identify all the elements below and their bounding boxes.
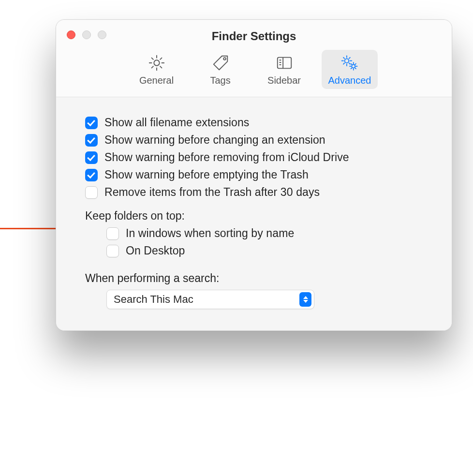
zoom-window-button[interactable] xyxy=(98,30,106,39)
checkbox-label: Show warning before emptying the Trash xyxy=(104,168,309,181)
svg-line-31 xyxy=(355,64,356,65)
checkbox-label: Show warning before changing an extensio… xyxy=(104,134,325,147)
svg-point-24 xyxy=(352,64,355,68)
minimize-window-button[interactable] xyxy=(82,30,91,39)
svg-line-20 xyxy=(343,58,344,59)
checkbox-warn-empty-trash[interactable] xyxy=(85,169,98,181)
checkbox-label: Show all filename extensions xyxy=(104,116,249,129)
tab-advanced[interactable]: Advanced xyxy=(322,50,378,89)
settings-toolbar: General Tags xyxy=(56,43,452,97)
checkbox-warn-remove-icloud[interactable] xyxy=(85,151,98,164)
checkbox-label: On Desktop xyxy=(126,244,185,257)
checkbox-label: Remove items from the Trash after 30 day… xyxy=(104,186,320,199)
checkbox-folders-on-top-desktop[interactable] xyxy=(106,245,119,257)
advanced-pane: Show all filename extensions Show warnin… xyxy=(56,97,452,330)
svg-line-7 xyxy=(160,58,162,60)
window-controls xyxy=(67,30,106,39)
select-value: Search This Mac xyxy=(114,293,193,306)
checkbox-folders-on-top-windows[interactable] xyxy=(106,227,119,240)
search-heading: When performing a search: xyxy=(85,272,434,285)
window-title: Finder Settings xyxy=(56,28,452,43)
svg-line-5 xyxy=(151,58,153,60)
svg-line-6 xyxy=(160,66,162,68)
svg-line-21 xyxy=(349,63,350,64)
tab-label: Sidebar xyxy=(267,75,301,86)
svg-line-22 xyxy=(349,58,350,59)
tab-label: Tags xyxy=(210,75,230,86)
sidebar-icon xyxy=(275,54,294,72)
svg-line-32 xyxy=(351,68,352,69)
svg-line-8 xyxy=(151,66,153,68)
svg-point-9 xyxy=(223,58,226,60)
gear-icon xyxy=(148,54,166,72)
close-window-button[interactable] xyxy=(67,30,75,39)
svg-line-29 xyxy=(351,64,352,65)
titlebar: Finder Settings xyxy=(56,20,452,97)
checkbox-label: In windows when sorting by name xyxy=(126,227,294,240)
tag-icon xyxy=(211,54,230,72)
checkbox-show-all-extensions[interactable] xyxy=(85,117,98,129)
svg-point-0 xyxy=(154,60,159,65)
select-stepper-icon xyxy=(299,292,311,307)
svg-point-15 xyxy=(345,59,349,63)
tab-sidebar[interactable]: Sidebar xyxy=(258,50,311,89)
tab-general[interactable]: General xyxy=(130,50,183,89)
checkbox-remove-trash-30-days[interactable] xyxy=(85,186,98,199)
keep-folders-heading: Keep folders on top: xyxy=(85,209,434,223)
checkbox-warn-change-extension[interactable] xyxy=(85,134,98,147)
gears-icon xyxy=(340,54,359,72)
svg-line-30 xyxy=(355,68,356,69)
tab-label: Advanced xyxy=(328,75,371,86)
svg-line-23 xyxy=(343,63,344,64)
checkbox-label: Show warning before removing from iCloud… xyxy=(104,151,349,164)
finder-settings-window: Finder Settings xyxy=(56,19,452,331)
search-scope-select[interactable]: Search This Mac xyxy=(106,290,314,309)
tab-label: General xyxy=(139,75,174,86)
tab-tags[interactable]: Tags xyxy=(194,50,247,89)
